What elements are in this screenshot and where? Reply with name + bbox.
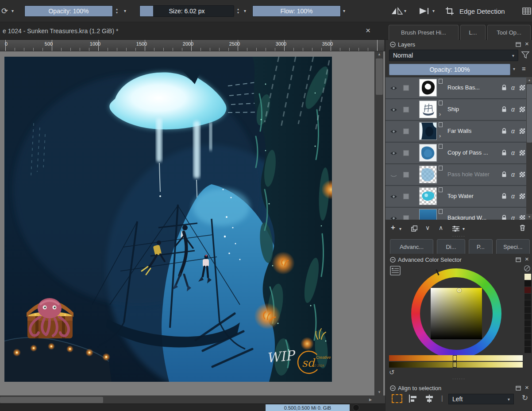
mirror-horizontal-icon[interactable] (391, 7, 403, 15)
float-docker-icon[interactable] (516, 386, 521, 391)
expand-group-icon[interactable]: › (439, 111, 441, 117)
color-swatch[interactable] (524, 327, 531, 333)
float-docker-icon[interactable] (516, 42, 521, 47)
artwork-canvas[interactable]: WIP sd Creative © 2024 (4, 57, 332, 382)
horizontal-scrollbar-thumb[interactable] (0, 397, 103, 403)
color-swatch[interactable] (524, 287, 531, 293)
layer-row-rocks-base[interactable]: Rocks Bas... α (386, 78, 526, 99)
alpha-lock-icon[interactable]: α (511, 149, 515, 156)
tab-specific-color-selector[interactable]: Speci... (496, 239, 530, 254)
flow-slider[interactable]: Flow: 100% (252, 5, 341, 17)
spinner-down-icon[interactable]: ▾ (237, 11, 239, 15)
tab-brush-preset-history[interactable]: Brush Preset Hi... (389, 25, 459, 40)
color-swatch[interactable] (524, 347, 531, 353)
layer-row-top-water[interactable]: Top Water α (386, 186, 526, 207)
color-swatch[interactable] (524, 307, 531, 313)
layer-row-background-water[interactable]: Backgrund W... α (386, 208, 526, 220)
layer-scrollbar-thumb[interactable] (527, 84, 532, 143)
color-history-swatches[interactable] (524, 274, 531, 353)
color-swatch[interactable] (524, 314, 531, 320)
mirror-horizontal-caret-icon[interactable]: ▾ (404, 8, 406, 13)
inherit-alpha-icon[interactable] (520, 172, 525, 177)
tab-layers[interactable]: L... (460, 25, 486, 40)
layer-list-scrollbar[interactable]: ▲ ▼ (526, 77, 532, 220)
duplicate-layer-icon[interactable] (411, 225, 417, 232)
selector-settings-icon[interactable] (390, 266, 401, 275)
scroll-down-icon[interactable]: ▼ (526, 214, 532, 220)
reload-caret-icon[interactable]: ▾ (12, 8, 14, 13)
spinner-down-icon[interactable]: ▾ (116, 11, 118, 15)
alpha-lock-icon[interactable]: α (511, 106, 515, 113)
align-center-icon[interactable] (424, 394, 434, 403)
layer-properties-icon[interactable] (452, 225, 460, 232)
eye-visible-icon[interactable] (390, 151, 397, 156)
color-swatch[interactable] (524, 274, 531, 280)
color-swatch[interactable] (524, 300, 531, 306)
alpha-lock-icon[interactable]: α (511, 171, 515, 178)
selection-region-icon[interactable] (392, 394, 402, 403)
flow-caret-icon[interactable]: ▾ (343, 8, 345, 13)
layer-thumbnail[interactable] (419, 187, 437, 205)
filter-funnel-icon[interactable] (521, 50, 530, 59)
color-swatch[interactable] (524, 320, 531, 326)
layer-select-checkbox[interactable] (403, 128, 409, 134)
layer-select-checkbox[interactable] (403, 150, 409, 156)
inherit-alpha-icon[interactable] (520, 150, 525, 155)
eye-hidden-icon[interactable] (390, 172, 397, 178)
scroll-up-icon[interactable]: ▲ (526, 77, 532, 83)
vertical-scrollbar-thumb[interactable] (376, 58, 383, 95)
reset-align-icon[interactable]: ↻ (522, 393, 528, 403)
eye-visible-icon[interactable] (390, 129, 397, 134)
horizontal-scrollbar[interactable]: ▶ (0, 395, 374, 403)
layer-opacity-caret-icon[interactable]: ▾ (513, 66, 515, 71)
color-swatch[interactable] (524, 294, 531, 300)
layer-row-far-walls[interactable]: › Far Walls α (386, 121, 526, 142)
alpha-lock-icon[interactable]: α (511, 128, 515, 135)
alpha-lock-icon[interactable]: α (511, 193, 515, 200)
lock-icon[interactable] (501, 215, 507, 220)
align-left-icon[interactable] (409, 394, 418, 403)
tab-advanced-color-selector[interactable]: Advanc... (390, 239, 433, 254)
splitter-handle[interactable]: ······ (386, 376, 532, 381)
layer-select-checkbox[interactable] (403, 107, 409, 112)
layer-row-pass-hole-water[interactable]: Pass hole Water α (386, 164, 526, 186)
layer-row-copy-of-pass[interactable]: Copy of Pass ... α (386, 143, 526, 164)
delete-layer-icon[interactable] (519, 224, 526, 231)
layer-thumbnail[interactable] (419, 101, 437, 118)
inherit-alpha-icon[interactable] (520, 194, 525, 199)
layer-select-checkbox[interactable] (403, 194, 409, 199)
shade-strip-marker[interactable] (453, 362, 457, 368)
vertical-scrollbar[interactable]: ▲ ▼ (374, 51, 383, 395)
eye-visible-icon[interactable] (390, 216, 397, 220)
artwork[interactable]: WIP sd Creative © 2024 (4, 57, 332, 382)
layer-select-checkbox[interactable] (403, 215, 409, 220)
layer-row-ship[interactable]: › Ship α (386, 99, 526, 120)
layer-thumbnail[interactable] (419, 209, 437, 220)
color-swatch[interactable] (524, 333, 531, 340)
layer-thumbnail[interactable] (419, 166, 437, 183)
eye-visible-icon[interactable] (390, 194, 397, 199)
inherit-alpha-icon[interactable] (520, 128, 525, 134)
close-docker-icon[interactable]: × (525, 40, 529, 47)
close-docker-icon[interactable]: × (525, 384, 529, 391)
document-tab-title[interactable]: e 1024 - Sunken Treasures.kra (1.2 GiB) … (3, 27, 357, 35)
size-caret-icon[interactable]: ▾ (244, 8, 246, 13)
edge-detection-label[interactable]: Edge Detection (459, 8, 505, 15)
shade-strip-marker[interactable] (453, 355, 457, 361)
align-mode-dropdown[interactable]: Left ▾ (448, 394, 514, 404)
layer-thumbnail[interactable] (419, 122, 437, 140)
add-layer-button[interactable]: + (391, 223, 395, 232)
opacity-spinner[interactable]: ▴ ▾ (114, 5, 120, 17)
lock-icon[interactable] (501, 106, 507, 112)
sv-selection-marker[interactable] (457, 288, 461, 292)
layer-thumbnail[interactable] (419, 144, 437, 162)
alpha-lock-icon[interactable]: α (511, 84, 515, 91)
docker-handle-icon[interactable] (390, 42, 396, 47)
layer-opacity-slider[interactable]: Opacity: 100% (389, 64, 510, 75)
inherit-alpha-icon[interactable] (520, 107, 525, 112)
lock-icon[interactable] (501, 193, 507, 199)
mirror-vertical-caret-icon[interactable]: ▾ (432, 8, 435, 13)
inherit-alpha-icon[interactable] (520, 215, 525, 220)
reload-icon[interactable]: ⟳ (1, 6, 8, 16)
opacity-caret-icon[interactable]: ▾ (124, 8, 126, 13)
